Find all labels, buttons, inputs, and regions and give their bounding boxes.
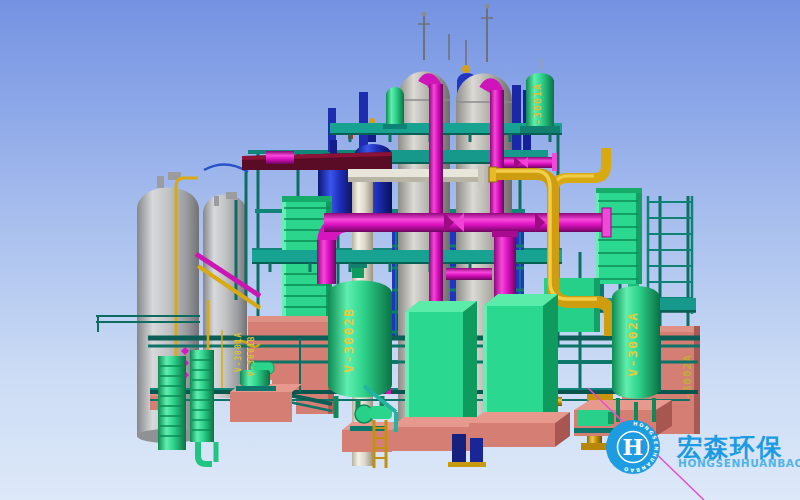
logo-monogram: H [623,434,644,460]
logo-name-en: HONGSENHUANBAO [678,457,800,469]
label-3001a: -3001A [532,83,543,125]
green-tank-2 [469,294,570,447]
green-drum-top-left [383,87,407,129]
pump-right [574,410,616,433]
render-viewport: -3001A -3002A [0,0,800,500]
label-v3002a: V-3002A [625,311,640,376]
plant-3d-render: -3001A -3002A [0,0,800,500]
label-v3001b: V-3001B [247,336,256,377]
label-v3002b: V-3002B [341,307,356,372]
label-v3001a: V-3001A [234,332,243,373]
